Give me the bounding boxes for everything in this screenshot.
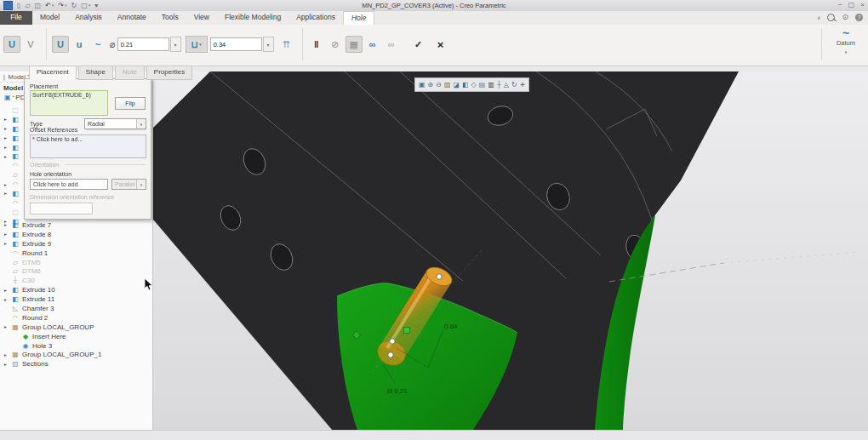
tree-row[interactable]: Group LOCAL_GROUP_1	[2, 350, 151, 359]
expand-arrow-icon[interactable]	[4, 145, 11, 150]
accept-icon[interactable]	[410, 36, 427, 53]
customize-icon[interactable]	[94, 3, 98, 9]
depth-input[interactable]: 0.34	[210, 37, 262, 51]
tree-row[interactable]: Hole 3	[2, 341, 151, 351]
expand-arrow-icon[interactable]	[4, 182, 11, 187]
dragger-icon[interactable]	[520, 82, 526, 89]
cancel-icon[interactable]	[432, 36, 449, 53]
tree-row-partial[interactable]	[2, 143, 24, 152]
zoom-in-icon[interactable]	[428, 82, 434, 89]
depth-type-button[interactable]	[186, 36, 208, 53]
diameter-dropdown[interactable]: ▾	[170, 37, 181, 52]
tree-row[interactable]: Extrude 7	[2, 220, 151, 230]
tree-row[interactable]: Extrude 10	[2, 285, 151, 294]
tree-row[interactable]: DTM5	[2, 258, 151, 267]
tree-row-partial[interactable]	[2, 189, 24, 198]
expand-arrow-icon[interactable]	[4, 126, 11, 131]
offset-references-box[interactable]: Click here to ad...	[30, 134, 146, 158]
depth-dropdown[interactable]: ▾	[263, 37, 274, 52]
collapse-ribbon-icon[interactable]	[817, 14, 820, 21]
panel-tab[interactable]: Properties	[146, 66, 192, 80]
diameter-drag-handle[interactable]	[388, 352, 393, 357]
view-manager-icon[interactable]	[488, 82, 494, 89]
new-icon[interactable]	[17, 3, 20, 9]
expand-arrow-icon[interactable]	[4, 297, 11, 302]
expand-arrow-icon[interactable]	[4, 352, 11, 357]
tree-row-partial[interactable]	[2, 115, 24, 124]
tree-row-partial[interactable]	[2, 151, 24, 161]
minimize-icon[interactable]	[838, 1, 842, 9]
shading-style-icon[interactable]	[454, 82, 460, 89]
settings-icon[interactable]	[842, 13, 848, 21]
expand-arrow-icon[interactable]	[4, 288, 11, 293]
tree-row-partial[interactable]	[2, 180, 24, 189]
regenerate-icon[interactable]	[71, 3, 77, 9]
spin-center-icon[interactable]	[511, 82, 517, 89]
close-icon[interactable]	[860, 1, 865, 9]
maximize-icon[interactable]	[848, 1, 855, 9]
type-select[interactable]: Radial	[84, 118, 146, 129]
expand-arrow-icon[interactable]	[4, 324, 11, 329]
placement-drag-handle[interactable]	[390, 339, 395, 344]
zoom-out-icon[interactable]	[436, 82, 442, 89]
tree-row[interactable]: Insert Here	[2, 332, 151, 341]
placement-reference-box[interactable]: Surf:F8(EXTRUDE_6)	[30, 90, 108, 116]
tree-row-partial[interactable]	[2, 106, 24, 115]
expand-arrow-icon[interactable]	[4, 154, 11, 159]
ribbon-tab[interactable]: Hole	[343, 11, 374, 26]
ribbon-tab[interactable]: View	[186, 11, 217, 25]
expand-arrow-icon[interactable]	[4, 135, 11, 140]
flip-button[interactable]: Flip	[115, 97, 146, 110]
dimension-orientation-field[interactable]	[30, 203, 93, 214]
hole-orientation-select[interactable]: Parallel	[111, 179, 146, 190]
geometry-preview-icon[interactable]	[345, 36, 363, 53]
panel-tab[interactable]: Placement	[29, 66, 77, 80]
ribbon-tab[interactable]: Flexible Modeling	[217, 11, 288, 25]
flat-profile-icon[interactable]	[71, 36, 88, 53]
annotation-display-icon[interactable]	[504, 82, 509, 89]
expand-arrow-icon[interactable]	[4, 117, 11, 122]
expand-arrow-icon[interactable]	[4, 231, 11, 237]
datum-wave-icon[interactable]	[829, 27, 863, 39]
hole-orientation-field[interactable]: Click here to add	[30, 179, 108, 190]
save-icon[interactable]	[35, 3, 42, 9]
datum-display-icon[interactable]	[497, 82, 501, 89]
tree-row-partial[interactable]	[2, 134, 24, 143]
help-icon[interactable]: ?	[855, 14, 863, 21]
sketch-profile-icon[interactable]	[89, 36, 106, 53]
expand-arrow-icon[interactable]	[4, 191, 11, 196]
tree-row[interactable]: C30	[2, 276, 151, 285]
tree-row[interactable]: Round 2	[2, 313, 151, 323]
open-icon[interactable]	[25, 3, 30, 9]
preview-off-icon[interactable]	[383, 36, 400, 53]
tree-row[interactable]: Sections	[2, 359, 151, 369]
tree-row-partial[interactable]	[2, 208, 24, 217]
ribbon-tab[interactable]: Tools	[154, 11, 186, 25]
expand-arrow-icon[interactable]	[4, 241, 11, 246]
window-icon[interactable]	[81, 3, 90, 9]
display-style-icon[interactable]	[462, 82, 469, 89]
tree-row-partial[interactable]	[2, 198, 24, 208]
repaint-icon[interactable]	[444, 82, 451, 89]
undo-icon[interactable]	[45, 3, 54, 9]
offset-handle[interactable]	[404, 328, 410, 334]
ribbon-tab[interactable]: Model	[32, 11, 67, 25]
tree-row[interactable]: Extrude 11	[2, 294, 151, 304]
diameter-dimension-label[interactable]: Ø 0.21	[387, 387, 408, 395]
ribbon-tab[interactable]: Annotate	[110, 11, 154, 25]
redo-icon[interactable]	[58, 3, 66, 9]
offset-dimension-label[interactable]: 0.84	[444, 323, 458, 330]
datum-group-expand[interactable]	[829, 49, 863, 54]
expand-arrow-icon[interactable]	[4, 222, 11, 227]
tree-row-partial[interactable]	[2, 170, 24, 180]
tree-row[interactable]: Chamfer 3	[2, 304, 151, 313]
preview-on-icon[interactable]	[364, 36, 381, 53]
refit-icon[interactable]	[419, 82, 425, 89]
standard-hole-icon[interactable]	[22, 36, 39, 53]
lightweight-icon[interactable]	[278, 36, 295, 53]
ribbon-tab[interactable]: File	[0, 11, 32, 25]
search-icon[interactable]	[827, 14, 835, 21]
depth-drag-handle[interactable]	[437, 274, 442, 279]
tree-row[interactable]: Extrude 9	[2, 239, 151, 249]
panel-tab[interactable]: Shape	[78, 66, 113, 80]
